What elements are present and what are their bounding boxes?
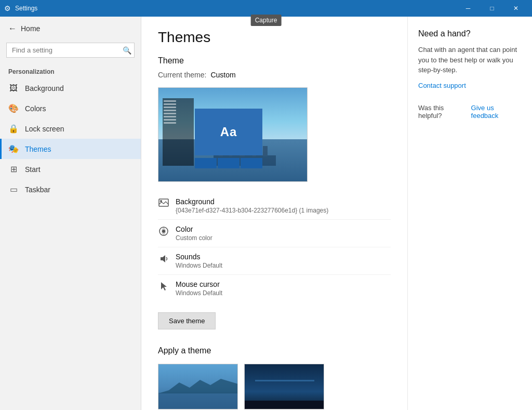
svg-rect-5 xyxy=(263,146,268,156)
theme-thumb-1[interactable] xyxy=(158,364,238,409)
back-home-label: Home xyxy=(21,24,40,33)
lockscreen-icon: 🔒 xyxy=(8,124,19,134)
sidebar-item-taskbar-label: Taskbar xyxy=(25,186,50,194)
theme-section-title: Theme xyxy=(158,56,391,65)
taskbar-mini-icon-8 xyxy=(164,122,176,124)
current-theme-value: Custom xyxy=(210,71,235,79)
taskbar-mini-icon-3 xyxy=(164,107,176,108)
close-button[interactable]: ✕ xyxy=(504,0,528,17)
theme-item-color-info: Color Custom color xyxy=(176,225,391,242)
feedback-row: Was this helpful? Give us feedback xyxy=(418,104,522,120)
theme-item-color-name: Color xyxy=(176,225,391,233)
theme-item-sounds[interactable]: Sounds Windows Default xyxy=(158,247,391,275)
mousecursor-item-icon xyxy=(158,281,169,294)
title-bar-title: Settings xyxy=(15,5,37,12)
preview-window: Aa xyxy=(195,109,262,155)
taskbar-mini-icon-2 xyxy=(164,103,176,105)
color-item-icon xyxy=(158,226,169,239)
theme-preview: Aa xyxy=(158,87,308,182)
search-input[interactable] xyxy=(6,43,135,58)
sidebar-item-themes-label: Themes xyxy=(25,145,51,153)
search-icon[interactable]: 🔍 xyxy=(123,46,131,55)
sidebar-item-start-label: Start xyxy=(25,165,41,174)
sidebar-item-themes[interactable]: 🎭 Themes xyxy=(0,139,141,159)
preview-taskbar-mockup xyxy=(163,98,194,166)
theme-item-sounds-desc: Windows Default xyxy=(176,262,391,269)
main-content: Themes Theme Current theme: Custom xyxy=(141,17,407,410)
theme-item-sounds-name: Sounds xyxy=(176,253,391,261)
theme-items-list: Background {043e71ef-d327-4313-b304-2232… xyxy=(158,192,391,302)
sidebar-item-background-label: Background xyxy=(25,84,64,92)
theme-item-mousecursor-desc: Windows Default xyxy=(176,289,391,297)
taskbar-mini-icon-6 xyxy=(164,116,176,117)
svg-rect-17 xyxy=(245,401,324,409)
sidebar-item-taskbar[interactable]: ▭ Taskbar xyxy=(0,179,141,200)
theme-item-mousecursor-name: Mouse cursor xyxy=(176,280,391,288)
theme-item-background-info: Background {043e71ef-d327-4313-b304-2232… xyxy=(176,197,391,214)
svg-rect-14 xyxy=(158,393,238,409)
feedback-question: Was this helpful? xyxy=(418,104,468,120)
current-theme-row: Current theme: Custom xyxy=(158,71,391,79)
contact-support-link[interactable]: Contact support xyxy=(418,82,522,89)
sidebar-item-background[interactable]: 🖼 Background xyxy=(0,78,141,98)
sidebar-item-colors[interactable]: 🎨 Colors xyxy=(0,98,141,118)
grid-cell-1 xyxy=(195,158,217,168)
taskbar-mini-icon-1 xyxy=(164,100,176,102)
thumb-1-image xyxy=(158,364,238,409)
theme-item-mousecursor[interactable]: Mouse cursor Windows Default xyxy=(158,275,391,302)
minimize-button[interactable]: ─ xyxy=(456,0,480,17)
theme-item-background-name: Background xyxy=(176,197,391,206)
svg-point-12 xyxy=(162,230,165,233)
sidebar: ← Home 🔍 Personalization 🖼 Background 🎨 … xyxy=(0,17,141,410)
theme-item-sounds-info: Sounds Windows Default xyxy=(176,253,391,269)
grid-cell-2 xyxy=(218,158,240,168)
current-theme-label: Current theme: xyxy=(158,71,206,79)
title-bar-left: ⚙ Settings xyxy=(4,4,37,12)
back-arrow-icon: ← xyxy=(8,24,17,33)
sidebar-item-lockscreen-label: Lock screen xyxy=(25,125,64,133)
help-title: Need a hand? xyxy=(418,29,522,38)
theme-item-color[interactable]: Color Custom color xyxy=(158,220,391,247)
background-icon: 🖼 xyxy=(8,84,19,93)
themes-icon: 🎭 xyxy=(8,144,19,154)
svg-point-10 xyxy=(160,200,162,202)
theme-item-background[interactable]: Background {043e71ef-d327-4313-b304-2232… xyxy=(158,192,391,220)
capture-tooltip: Capture xyxy=(251,15,282,26)
app-layout: ← Home 🔍 Personalization 🖼 Background 🎨 … xyxy=(0,17,532,410)
title-bar-controls: ─ □ ✕ xyxy=(456,0,528,17)
background-item-icon xyxy=(158,199,169,210)
save-theme-button[interactable]: Save theme xyxy=(158,312,216,329)
theme-item-mousecursor-info: Mouse cursor Windows Default xyxy=(176,280,391,297)
theme-gallery xyxy=(158,364,391,410)
sidebar-item-start[interactable]: ⊞ Start xyxy=(0,159,141,179)
search-box: 🔍 xyxy=(6,43,135,58)
taskbar-mini-icon-7 xyxy=(164,119,176,121)
taskbar-icon: ▭ xyxy=(8,184,19,194)
apply-theme-title: Apply a theme xyxy=(158,346,391,355)
taskbar-mini-icon-4 xyxy=(164,110,176,111)
settings-app-icon: ⚙ xyxy=(4,4,11,12)
right-panel: Need a hand? Chat with an agent that can… xyxy=(407,17,532,410)
theme-item-color-desc: Custom color xyxy=(176,234,391,242)
colors-icon: 🎨 xyxy=(8,103,19,113)
svg-rect-16 xyxy=(255,380,314,381)
thumb-2-image xyxy=(245,364,324,409)
back-home-button[interactable]: ← Home xyxy=(0,17,141,41)
sidebar-section-label: Personalization xyxy=(0,64,141,78)
preview-window-grid xyxy=(195,158,262,168)
maximize-button[interactable]: □ xyxy=(480,0,504,17)
sidebar-item-lockscreen[interactable]: 🔒 Lock screen xyxy=(0,118,141,139)
taskbar-mini-icon-5 xyxy=(164,113,176,114)
theme-item-background-desc: {043e71ef-d327-4313-b304-223277606e1d} (… xyxy=(176,207,391,214)
sidebar-item-colors-label: Colors xyxy=(25,104,46,113)
theme-thumb-2[interactable] xyxy=(244,364,324,409)
feedback-link[interactable]: Give us feedback xyxy=(471,104,522,120)
page-title: Themes xyxy=(158,29,391,46)
help-text: Chat with an agent that can point you to… xyxy=(418,45,522,75)
sounds-item-icon xyxy=(158,254,169,267)
grid-cell-3 xyxy=(241,158,262,168)
start-icon: ⊞ xyxy=(8,164,19,174)
